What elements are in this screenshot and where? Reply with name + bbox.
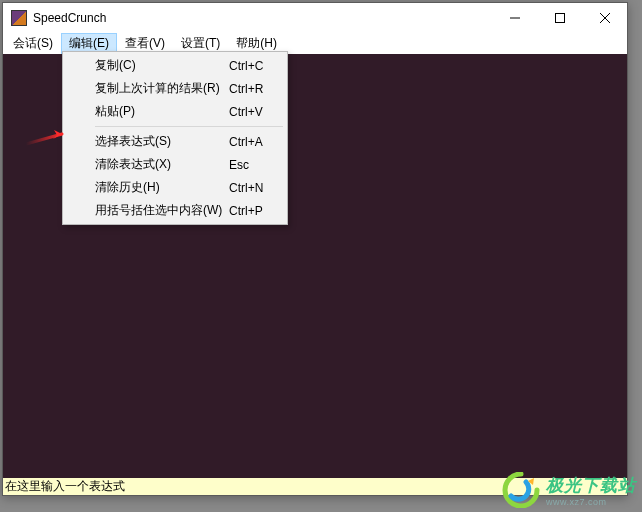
menuitem-label: 复制上次计算的结果(R) bbox=[95, 80, 229, 97]
expression-placeholder: 在这里输入一个表达式 bbox=[5, 478, 125, 495]
menuitem-label: 清除历史(H) bbox=[95, 179, 229, 196]
window-title: SpeedCrunch bbox=[33, 11, 106, 25]
menu-item-paste[interactable]: 粘贴(P) Ctrl+V bbox=[65, 100, 285, 123]
menu-item-clear-history[interactable]: 清除历史(H) Ctrl+N bbox=[65, 176, 285, 199]
menu-separator bbox=[95, 126, 283, 127]
menu-item-select-expression[interactable]: 选择表达式(S) Ctrl+A bbox=[65, 130, 285, 153]
watermark-url: www.xz7.com bbox=[546, 497, 636, 507]
menuitem-shortcut: Ctrl+N bbox=[229, 181, 273, 195]
menu-item-clear-expression[interactable]: 清除表达式(X) Esc bbox=[65, 153, 285, 176]
menuitem-label: 清除表达式(X) bbox=[95, 156, 229, 173]
menu-item-copy[interactable]: 复制(C) Ctrl+C bbox=[65, 54, 285, 77]
menuitem-shortcut: Ctrl+P bbox=[229, 204, 273, 218]
app-icon bbox=[11, 10, 27, 26]
menu-item-copy-last-result[interactable]: 复制上次计算的结果(R) Ctrl+R bbox=[65, 77, 285, 100]
menuitem-shortcut: Ctrl+C bbox=[229, 59, 273, 73]
menu-item-wrap-parens[interactable]: 用括号括住选中内容(W) Ctrl+P bbox=[65, 199, 285, 222]
edit-menu-dropdown: 复制(C) Ctrl+C 复制上次计算的结果(R) Ctrl+R 粘贴(P) C… bbox=[62, 51, 288, 225]
menuitem-shortcut: Esc bbox=[229, 158, 273, 172]
menuitem-shortcut: Ctrl+R bbox=[229, 82, 273, 96]
svg-rect-0 bbox=[555, 14, 564, 23]
close-button[interactable] bbox=[582, 3, 627, 33]
titlebar[interactable]: SpeedCrunch bbox=[3, 3, 627, 33]
minimize-button[interactable] bbox=[492, 3, 537, 33]
menuitem-shortcut: Ctrl+A bbox=[229, 135, 273, 149]
menuitem-label: 粘贴(P) bbox=[95, 103, 229, 120]
menuitem-label: 用括号括住选中内容(W) bbox=[95, 202, 229, 219]
menuitem-label: 选择表达式(S) bbox=[95, 133, 229, 150]
menuitem-shortcut: Ctrl+V bbox=[229, 105, 273, 119]
menuitem-label: 复制(C) bbox=[95, 57, 229, 74]
expression-input[interactable]: 在这里输入一个表达式 bbox=[3, 478, 627, 495]
maximize-button[interactable] bbox=[537, 3, 582, 33]
menu-session[interactable]: 会话(S) bbox=[5, 33, 61, 54]
